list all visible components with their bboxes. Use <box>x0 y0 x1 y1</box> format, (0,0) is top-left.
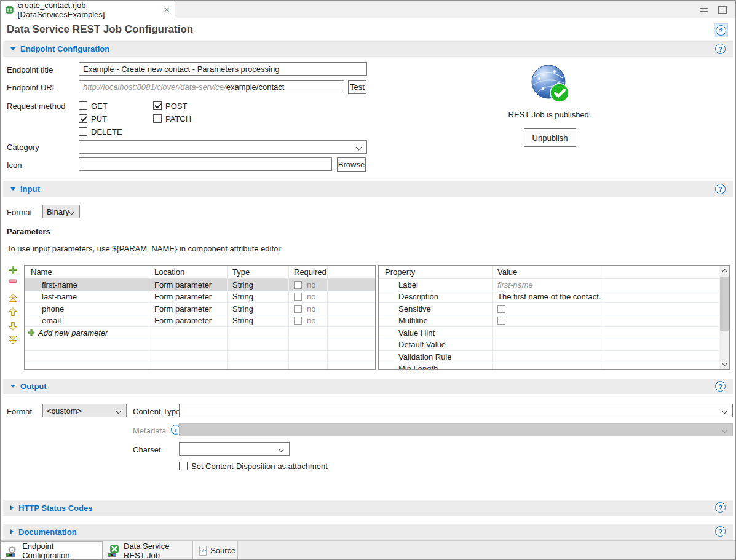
table-row-phone[interactable]: phone Form parameter String no <box>25 303 375 315</box>
endpoint-title-label: Endpoint title <box>7 65 53 74</box>
collapse-arrow-icon <box>10 385 15 388</box>
section-documentation[interactable]: Documentation ? <box>3 524 733 540</box>
help-button-documentation[interactable]: ? <box>715 526 726 537</box>
property-row-min-length[interactable]: Min Length <box>379 363 729 371</box>
put-checkbox[interactable] <box>79 114 87 123</box>
output-format-label: Format <box>7 407 32 416</box>
required-checkbox[interactable] <box>294 317 302 325</box>
help-icon: ? <box>715 381 726 392</box>
remove-parameter-button[interactable] <box>8 276 18 286</box>
help-button-input[interactable]: ? <box>715 184 726 194</box>
required-checkbox[interactable] <box>294 293 302 301</box>
property-table[interactable]: Property Value Label first-name Descript… <box>378 265 730 370</box>
category-select[interactable] <box>79 140 367 154</box>
attachment-checkbox[interactable] <box>179 462 188 470</box>
output-format-select[interactable]: <custom> <box>42 404 127 417</box>
help-icon: ? <box>715 526 726 537</box>
property-row-sensitive[interactable]: Sensitive <box>379 303 729 315</box>
property-row-label[interactable]: Label first-name <box>379 279 729 291</box>
editor-tab[interactable]: create_contact.rjob [DataServicesExample… <box>1 1 175 18</box>
tab-source[interactable]: </> Source <box>193 541 238 560</box>
section-title: Endpoint Configuration <box>20 44 109 53</box>
property-row-value-hint[interactable]: Value Hint <box>379 327 729 339</box>
scrollbar-thumb[interactable] <box>720 277 729 331</box>
help-icon: ? <box>715 44 726 54</box>
parameters-table-header: Name Location Type Required <box>25 266 375 279</box>
property-row-default-value[interactable]: Default Value <box>379 339 729 352</box>
source-icon: </> <box>199 546 207 556</box>
delete-checkbox[interactable] <box>79 127 87 136</box>
property-row-validation-rule[interactable]: Validation Rule <box>379 351 729 363</box>
browse-button[interactable]: Browse <box>337 157 366 172</box>
sensitive-checkbox[interactable] <box>497 305 505 313</box>
attachment-checkbox-row[interactable]: Set Content-Disposition as attachment <box>179 461 328 471</box>
add-icon <box>28 329 35 336</box>
request-method-label: Request method <box>7 101 65 111</box>
collapse-arrow-icon <box>10 47 15 50</box>
help-button-output[interactable]: ? <box>715 381 726 392</box>
add-parameter-button[interactable] <box>8 265 18 275</box>
required-checkbox[interactable] <box>294 281 302 289</box>
add-new-parameter-row[interactable]: Add new parameter <box>25 327 375 339</box>
endpoint-url-field[interactable]: http://localhost:8081/clover/data-servic… <box>79 80 344 93</box>
checkbox-post[interactable]: POST <box>153 101 187 111</box>
checkbox-patch[interactable]: PATCH <box>153 114 191 124</box>
multiline-checkbox[interactable] <box>497 317 505 325</box>
input-format-label: Format <box>7 208 32 217</box>
section-endpoint-configuration[interactable]: Endpoint Configuration ? <box>3 41 733 57</box>
editor-tab-title: create_contact.rjob [DataServicesExample… <box>18 1 154 19</box>
endpoint-url-prefix: http://localhost:8081/clover/data-servic… <box>83 82 226 92</box>
tab-endpoint-configuration[interactable]: ⚙ Endpoint Configuration <box>1 541 103 560</box>
chevron-down-icon <box>116 408 122 414</box>
help-button-title[interactable]: ? <box>714 23 728 37</box>
table-row-first-name[interactable]: first-name Form parameter String no <box>25 279 375 291</box>
table-row-last-name[interactable]: last-name Form parameter String no <box>25 291 375 304</box>
post-checkbox[interactable] <box>153 101 162 110</box>
section-http-status-codes[interactable]: HTTP Status Codes ? <box>3 500 733 516</box>
checkbox-delete[interactable]: DELETE <box>79 127 122 136</box>
content-type-select[interactable] <box>179 404 733 417</box>
close-icon[interactable]: ✕ <box>164 6 170 14</box>
section-output[interactable]: Output ? <box>3 379 733 394</box>
maximize-icon[interactable] <box>718 6 727 14</box>
expand-arrow-icon <box>10 505 14 510</box>
move-bottom-button[interactable] <box>8 335 18 345</box>
column-value: Value <box>493 266 604 278</box>
content-type-label: Content Type <box>133 407 180 416</box>
property-table-scrollbar[interactable] <box>719 266 729 369</box>
icon-field[interactable] <box>79 157 332 171</box>
patch-checkbox[interactable] <box>153 114 162 123</box>
category-label: Category <box>7 143 39 152</box>
checkbox-get[interactable]: GET <box>79 101 108 111</box>
property-row-multiline[interactable]: Multiline <box>379 315 729 328</box>
test-button[interactable]: Test <box>348 80 366 94</box>
move-top-button[interactable] <box>8 293 18 303</box>
editor-window: create_contact.rjob [DataServicesExample… <box>0 0 736 560</box>
unpublish-button[interactable]: Unpublish <box>524 128 576 147</box>
empty-row <box>25 363 375 371</box>
charset-select[interactable] <box>179 442 290 456</box>
metadata-label: Metadata <box>133 426 166 435</box>
minimize-icon[interactable] <box>700 8 708 12</box>
expand-arrow-icon <box>10 529 14 534</box>
move-down-button[interactable] <box>8 321 18 331</box>
property-row-description[interactable]: Description The first name of the contac… <box>379 291 729 304</box>
get-checkbox[interactable] <box>79 101 87 110</box>
parameters-table[interactable]: Name Location Type Required first-name F… <box>24 265 376 370</box>
endpoint-title-field[interactable]: Example - Create new contact - Parameter… <box>79 62 367 76</box>
help-icon: ? <box>716 25 726 36</box>
required-checkbox[interactable] <box>294 305 302 313</box>
scroll-down-icon[interactable] <box>722 360 728 366</box>
move-up-button[interactable] <box>8 307 18 317</box>
scroll-up-icon[interactable] <box>722 269 728 275</box>
checkbox-put[interactable]: PUT <box>79 114 107 124</box>
help-button-http-status[interactable]: ? <box>715 502 726 513</box>
help-button-endpoint[interactable]: ? <box>715 44 726 54</box>
editor-tab-strip: create_contact.rjob [DataServicesExample… <box>1 1 735 18</box>
input-format-select[interactable]: Binary <box>42 205 80 218</box>
section-input[interactable]: Input ? <box>3 181 733 197</box>
tab-data-service-rest-job[interactable]: Data Service REST Job <box>103 541 193 560</box>
table-row-email[interactable]: email Form parameter String no <box>25 315 375 328</box>
property-table-header: Property Value <box>379 266 729 279</box>
chevron-down-icon <box>69 209 75 215</box>
